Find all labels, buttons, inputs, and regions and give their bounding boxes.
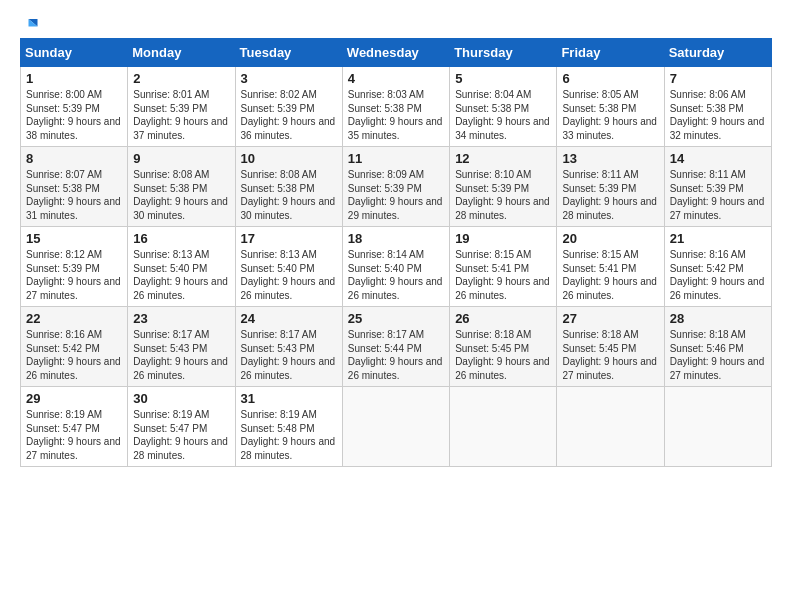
daylight-label: Daylight: 9 hours and 35 minutes. [348, 116, 443, 141]
day-number: 29 [26, 391, 122, 406]
calendar-cell: 14 Sunrise: 8:11 AM Sunset: 5:39 PM Dayl… [664, 147, 771, 227]
sunset-label: Sunset: 5:39 PM [133, 103, 207, 114]
day-info: Sunrise: 8:09 AM Sunset: 5:39 PM Dayligh… [348, 168, 444, 222]
logo [20, 16, 39, 30]
day-info: Sunrise: 8:19 AM Sunset: 5:48 PM Dayligh… [241, 408, 337, 462]
sunrise-label: Sunrise: 8:00 AM [26, 89, 102, 100]
sunset-label: Sunset: 5:47 PM [133, 423, 207, 434]
daylight-label: Daylight: 9 hours and 26 minutes. [670, 276, 765, 301]
daylight-label: Daylight: 9 hours and 38 minutes. [26, 116, 121, 141]
calendar-cell: 21 Sunrise: 8:16 AM Sunset: 5:42 PM Dayl… [664, 227, 771, 307]
sunrise-label: Sunrise: 8:16 AM [670, 249, 746, 260]
sunset-label: Sunset: 5:41 PM [455, 263, 529, 274]
day-info: Sunrise: 8:16 AM Sunset: 5:42 PM Dayligh… [670, 248, 766, 302]
day-info: Sunrise: 8:15 AM Sunset: 5:41 PM Dayligh… [455, 248, 551, 302]
sunset-label: Sunset: 5:45 PM [562, 343, 636, 354]
daylight-label: Daylight: 9 hours and 26 minutes. [241, 276, 336, 301]
weekday-header-wednesday: Wednesday [342, 39, 449, 67]
daylight-label: Daylight: 9 hours and 27 minutes. [26, 436, 121, 461]
day-info: Sunrise: 8:07 AM Sunset: 5:38 PM Dayligh… [26, 168, 122, 222]
day-number: 24 [241, 311, 337, 326]
sunrise-label: Sunrise: 8:15 AM [562, 249, 638, 260]
sunrise-label: Sunrise: 8:18 AM [562, 329, 638, 340]
daylight-label: Daylight: 9 hours and 27 minutes. [26, 276, 121, 301]
daylight-label: Daylight: 9 hours and 26 minutes. [133, 356, 228, 381]
daylight-label: Daylight: 9 hours and 29 minutes. [348, 196, 443, 221]
sunset-label: Sunset: 5:39 PM [26, 263, 100, 274]
day-number: 12 [455, 151, 551, 166]
day-number: 1 [26, 71, 122, 86]
daylight-label: Daylight: 9 hours and 26 minutes. [562, 276, 657, 301]
calendar-cell: 8 Sunrise: 8:07 AM Sunset: 5:38 PM Dayli… [21, 147, 128, 227]
calendar-cell: 27 Sunrise: 8:18 AM Sunset: 5:45 PM Dayl… [557, 307, 664, 387]
sunset-label: Sunset: 5:43 PM [241, 343, 315, 354]
day-number: 17 [241, 231, 337, 246]
sunrise-label: Sunrise: 8:06 AM [670, 89, 746, 100]
sunset-label: Sunset: 5:38 PM [670, 103, 744, 114]
sunrise-label: Sunrise: 8:13 AM [133, 249, 209, 260]
calendar-cell: 13 Sunrise: 8:11 AM Sunset: 5:39 PM Dayl… [557, 147, 664, 227]
week-row-3: 15 Sunrise: 8:12 AM Sunset: 5:39 PM Dayl… [21, 227, 772, 307]
day-info: Sunrise: 8:10 AM Sunset: 5:39 PM Dayligh… [455, 168, 551, 222]
sunrise-label: Sunrise: 8:17 AM [133, 329, 209, 340]
calendar-cell [664, 387, 771, 467]
day-info: Sunrise: 8:18 AM Sunset: 5:46 PM Dayligh… [670, 328, 766, 382]
day-number: 18 [348, 231, 444, 246]
daylight-label: Daylight: 9 hours and 28 minutes. [455, 196, 550, 221]
day-info: Sunrise: 8:13 AM Sunset: 5:40 PM Dayligh… [133, 248, 229, 302]
day-number: 16 [133, 231, 229, 246]
day-info: Sunrise: 8:01 AM Sunset: 5:39 PM Dayligh… [133, 88, 229, 142]
day-info: Sunrise: 8:12 AM Sunset: 5:39 PM Dayligh… [26, 248, 122, 302]
calendar-cell: 23 Sunrise: 8:17 AM Sunset: 5:43 PM Dayl… [128, 307, 235, 387]
weekday-header-monday: Monday [128, 39, 235, 67]
day-info: Sunrise: 8:18 AM Sunset: 5:45 PM Dayligh… [562, 328, 658, 382]
sunrise-label: Sunrise: 8:19 AM [241, 409, 317, 420]
calendar-cell: 17 Sunrise: 8:13 AM Sunset: 5:40 PM Dayl… [235, 227, 342, 307]
sunset-label: Sunset: 5:40 PM [241, 263, 315, 274]
day-number: 27 [562, 311, 658, 326]
calendar-cell: 4 Sunrise: 8:03 AM Sunset: 5:38 PM Dayli… [342, 67, 449, 147]
sunrise-label: Sunrise: 8:09 AM [348, 169, 424, 180]
weekday-header-friday: Friday [557, 39, 664, 67]
calendar-cell: 10 Sunrise: 8:08 AM Sunset: 5:38 PM Dayl… [235, 147, 342, 227]
weekday-header-thursday: Thursday [450, 39, 557, 67]
calendar-cell: 18 Sunrise: 8:14 AM Sunset: 5:40 PM Dayl… [342, 227, 449, 307]
sunset-label: Sunset: 5:39 PM [562, 183, 636, 194]
sunrise-label: Sunrise: 8:17 AM [348, 329, 424, 340]
day-number: 13 [562, 151, 658, 166]
daylight-label: Daylight: 9 hours and 26 minutes. [133, 276, 228, 301]
day-number: 22 [26, 311, 122, 326]
calendar-cell: 12 Sunrise: 8:10 AM Sunset: 5:39 PM Dayl… [450, 147, 557, 227]
calendar-cell: 24 Sunrise: 8:17 AM Sunset: 5:43 PM Dayl… [235, 307, 342, 387]
daylight-label: Daylight: 9 hours and 36 minutes. [241, 116, 336, 141]
sunrise-label: Sunrise: 8:08 AM [133, 169, 209, 180]
sunrise-label: Sunrise: 8:16 AM [26, 329, 102, 340]
day-info: Sunrise: 8:14 AM Sunset: 5:40 PM Dayligh… [348, 248, 444, 302]
daylight-label: Daylight: 9 hours and 26 minutes. [241, 356, 336, 381]
day-info: Sunrise: 8:04 AM Sunset: 5:38 PM Dayligh… [455, 88, 551, 142]
day-number: 7 [670, 71, 766, 86]
calendar-cell: 25 Sunrise: 8:17 AM Sunset: 5:44 PM Dayl… [342, 307, 449, 387]
day-info: Sunrise: 8:11 AM Sunset: 5:39 PM Dayligh… [562, 168, 658, 222]
sunset-label: Sunset: 5:45 PM [455, 343, 529, 354]
sunset-label: Sunset: 5:38 PM [241, 183, 315, 194]
day-info: Sunrise: 8:05 AM Sunset: 5:38 PM Dayligh… [562, 88, 658, 142]
day-info: Sunrise: 8:13 AM Sunset: 5:40 PM Dayligh… [241, 248, 337, 302]
day-number: 9 [133, 151, 229, 166]
calendar-cell: 28 Sunrise: 8:18 AM Sunset: 5:46 PM Dayl… [664, 307, 771, 387]
calendar-cell: 3 Sunrise: 8:02 AM Sunset: 5:39 PM Dayli… [235, 67, 342, 147]
day-info: Sunrise: 8:03 AM Sunset: 5:38 PM Dayligh… [348, 88, 444, 142]
day-number: 20 [562, 231, 658, 246]
weekday-header-row: SundayMondayTuesdayWednesdayThursdayFrid… [21, 39, 772, 67]
sunrise-label: Sunrise: 8:07 AM [26, 169, 102, 180]
day-number: 2 [133, 71, 229, 86]
sunrise-label: Sunrise: 8:14 AM [348, 249, 424, 260]
day-number: 30 [133, 391, 229, 406]
calendar-cell: 15 Sunrise: 8:12 AM Sunset: 5:39 PM Dayl… [21, 227, 128, 307]
sunrise-label: Sunrise: 8:19 AM [26, 409, 102, 420]
sunset-label: Sunset: 5:39 PM [670, 183, 744, 194]
page-header [20, 16, 772, 30]
sunset-label: Sunset: 5:39 PM [241, 103, 315, 114]
calendar-table: SundayMondayTuesdayWednesdayThursdayFrid… [20, 38, 772, 467]
day-info: Sunrise: 8:06 AM Sunset: 5:38 PM Dayligh… [670, 88, 766, 142]
